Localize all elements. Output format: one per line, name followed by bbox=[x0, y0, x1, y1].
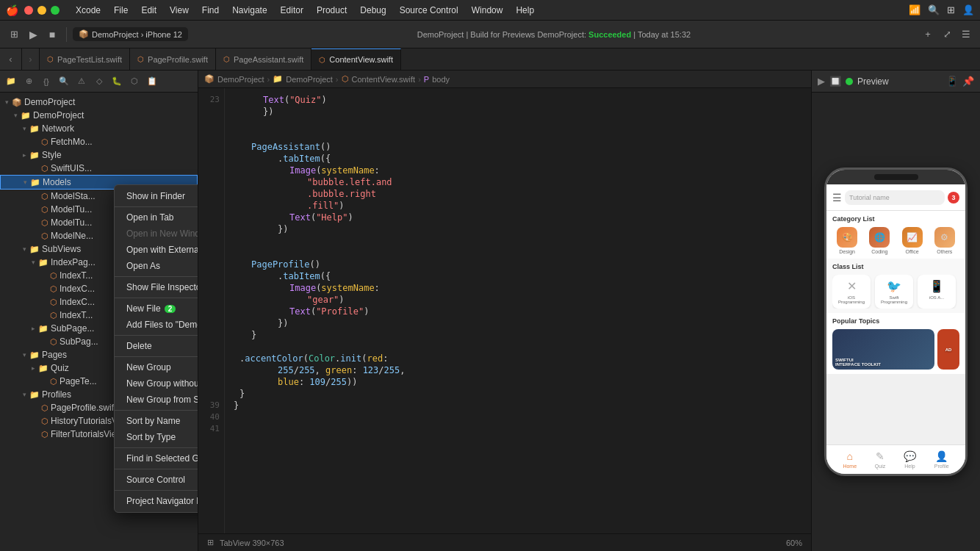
apple-logo[interactable]: 🍎 bbox=[6, 4, 18, 16]
line-numbers: 23 bbox=[198, 88, 225, 533]
menu-file[interactable]: File bbox=[108, 4, 134, 17]
device-icon[interactable]: 📱 bbox=[946, 76, 958, 87]
code-line: blue: 109/255)) bbox=[234, 376, 802, 388]
control-center-icon[interactable]: ⊞ bbox=[947, 4, 955, 15]
source-control-nav-btn[interactable]: ⊕ bbox=[21, 73, 37, 90]
cm-sort-by-type[interactable]: Sort by Type bbox=[115, 429, 198, 445]
path-item-demoproject[interactable]: DemoProject bbox=[286, 75, 333, 84]
code-line: Text("Profile") bbox=[234, 306, 802, 317]
home-label: Home bbox=[843, 464, 857, 469]
tab-pagetestlist[interactable]: ⬡ PageTestList.swift bbox=[40, 48, 130, 70]
menu-view[interactable]: View bbox=[164, 4, 195, 17]
tab-contentview[interactable]: ⬡ ContentView.swift bbox=[311, 48, 401, 70]
path-item-swift-icon: ⬡ bbox=[342, 74, 349, 84]
path-item-project[interactable]: 📦 bbox=[204, 74, 215, 84]
pin-icon[interactable]: 📌 bbox=[962, 76, 974, 87]
folder-icon-btn[interactable]: 📁 bbox=[3, 73, 19, 90]
sidebar-toggle-btn[interactable]: ⊞ bbox=[6, 26, 22, 43]
cm-new-group-from-selection[interactable]: New Group from Selection bbox=[115, 392, 198, 408]
cm-source-control[interactable]: Source Control ▸ bbox=[115, 472, 198, 488]
menu-xcode[interactable]: Xcode bbox=[70, 4, 107, 17]
cm-show-file-inspector[interactable]: Show File Inspector bbox=[115, 279, 198, 295]
user-icon[interactable]: 👤 bbox=[962, 4, 974, 15]
cm-new-file[interactable]: New File 2 bbox=[115, 300, 198, 317]
cm-add-files[interactable]: Add Files to "DemoProject"... bbox=[115, 317, 198, 333]
inspector-toggle-btn[interactable]: ☰ bbox=[958, 26, 974, 43]
inspector-icon[interactable]: 🔲 bbox=[829, 76, 841, 87]
tab-pageprofile[interactable]: ⬡ PageProfile.swift bbox=[130, 48, 216, 70]
menu-help[interactable]: Help bbox=[510, 4, 540, 17]
menu-debug[interactable]: Debug bbox=[354, 4, 392, 17]
menu-find[interactable]: Find bbox=[196, 4, 225, 17]
menu-right-area: 📶 🔍 ⊞ 👤 bbox=[909, 4, 974, 15]
cm-open-as[interactable]: Open As ▸ bbox=[115, 258, 198, 274]
preview-status-dot bbox=[846, 78, 853, 85]
cm-sort-by-name[interactable]: Sort by Name bbox=[115, 413, 198, 429]
help-label: Help bbox=[904, 464, 915, 469]
symbol-nav-btn[interactable]: {} bbox=[38, 73, 54, 90]
phone-bottom-bar: ⌂ Home ✎ Quiz 💬 Help 👤 bbox=[826, 444, 965, 474]
tree-item-demoproject-folder[interactable]: ▾ 📁 DemoProject bbox=[0, 109, 198, 122]
line-num bbox=[198, 294, 224, 306]
line-num-23: 23 bbox=[198, 94, 224, 106]
path-item-project-label[interactable]: DemoProject bbox=[217, 75, 264, 84]
test-nav-btn[interactable]: ◇ bbox=[91, 73, 107, 90]
menu-editor[interactable]: Editor bbox=[275, 4, 309, 17]
maximize-button[interactable] bbox=[51, 6, 60, 15]
nav-back-btn[interactable]: ‹ bbox=[9, 54, 12, 65]
bottom-tab-quiz: ✎ Quiz bbox=[875, 450, 885, 469]
menu-navigate[interactable]: Navigate bbox=[226, 4, 273, 17]
folder-icon: 📁 bbox=[29, 151, 40, 160]
cm-open-with-external-editor[interactable]: Open with External Editor bbox=[115, 242, 198, 258]
minimize-button[interactable] bbox=[37, 6, 46, 15]
tree-item-demoproject-root[interactable]: ▾ 📦 DemoProject bbox=[0, 96, 198, 109]
cm-find-in-selected-groups[interactable]: Find in Selected Groups... bbox=[115, 450, 198, 467]
search-icon[interactable]: 🔍 bbox=[928, 4, 940, 15]
debug-nav-btn[interactable]: 🐛 bbox=[109, 73, 125, 90]
menu-edit[interactable]: Edit bbox=[135, 4, 162, 17]
breadcrumb-project[interactable]: DemoProject › iPhone 12 bbox=[92, 30, 182, 39]
cm-show-in-finder[interactable]: Show in Finder bbox=[115, 188, 198, 204]
phone-notch bbox=[826, 170, 965, 184]
add-btn[interactable]: + bbox=[920, 26, 936, 43]
close-button[interactable] bbox=[24, 6, 33, 15]
issue-nav-btn[interactable]: ⚠ bbox=[73, 73, 90, 90]
chevron-icon: ▾ bbox=[3, 98, 10, 106]
line-num bbox=[198, 165, 224, 176]
line-num bbox=[198, 129, 224, 141]
path-item-body[interactable]: body bbox=[432, 75, 450, 84]
cm-new-group-without-folder[interactable]: New Group without Folder bbox=[115, 375, 198, 392]
run-btn[interactable]: ▶ bbox=[25, 26, 41, 43]
code-line: .tabItem({ bbox=[234, 270, 802, 282]
path-item-contentview[interactable]: ContentView.swift bbox=[352, 75, 416, 84]
code-content[interactable]: Text("Quiz") }) PageAssistant() .tabItem… bbox=[225, 88, 811, 533]
category-grid: 🎨 Design 🌐 Coding 📈 Office bbox=[832, 227, 959, 254]
code-line: 255/255, green: 123/255, bbox=[234, 364, 802, 376]
cm-new-group[interactable]: New Group bbox=[115, 359, 198, 375]
editor-split-btn[interactable]: ⤢ bbox=[939, 26, 955, 43]
cm-open-in-tab[interactable]: Open in Tab bbox=[115, 209, 198, 226]
tree-item-network[interactable]: ▾ 📁 Network bbox=[0, 122, 198, 135]
find-nav-btn[interactable]: 🔍 bbox=[56, 73, 72, 90]
code-line: .fill") bbox=[234, 200, 802, 212]
tree-item-style[interactable]: ▸ 📁 Style bbox=[0, 148, 198, 162]
search-placeholder: Tutorial name bbox=[849, 194, 890, 201]
status-icon: ⊞ bbox=[207, 538, 214, 547]
menu-product[interactable]: Product bbox=[311, 4, 353, 17]
tree-item-fetchmo[interactable]: ▸ ⬡ FetchMo... bbox=[0, 135, 198, 148]
cm-delete[interactable]: Delete bbox=[115, 338, 198, 354]
phone-mockup: ☰ Tutorial name 3 Category List 🎨 bbox=[824, 168, 968, 476]
nav-forward-btn[interactable]: › bbox=[29, 54, 32, 65]
play-icon[interactable]: ▶ bbox=[818, 76, 825, 87]
class-card-swift: 🐦 Swift Programming bbox=[875, 275, 913, 309]
tab-pageassistant[interactable]: ⬡ PageAssistant.swift bbox=[216, 48, 311, 70]
report-nav-btn[interactable]: 📋 bbox=[144, 73, 160, 90]
status-tabview: TabView 390×763 bbox=[220, 539, 284, 547]
menu-source-control[interactable]: Source Control bbox=[394, 4, 464, 17]
swift-file-icon: ⬡ bbox=[50, 377, 57, 386]
cm-project-navigator-help[interactable]: Project Navigator Help bbox=[115, 493, 198, 509]
menu-window[interactable]: Window bbox=[466, 4, 509, 17]
breakpoint-nav-btn[interactable]: ⬡ bbox=[126, 73, 143, 90]
stop-btn[interactable]: ■ bbox=[44, 26, 60, 43]
tree-item-swiftuis[interactable]: ▸ ⬡ SwiftUIS... bbox=[0, 162, 198, 175]
